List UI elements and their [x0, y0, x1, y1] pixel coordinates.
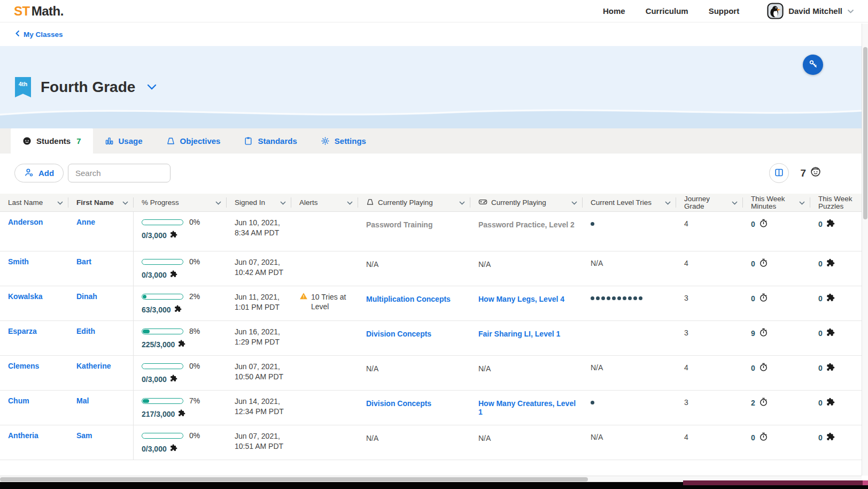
- progress-cell: 0% 0/3,000: [134, 212, 227, 251]
- tab-standards[interactable]: Standards: [232, 128, 308, 154]
- chevron-down-icon[interactable]: [347, 198, 353, 207]
- game-name[interactable]: Password Practice, Level 2: [478, 220, 575, 229]
- class-password-key-button[interactable]: [803, 55, 823, 75]
- column-header-progress[interactable]: % Progress: [134, 194, 227, 211]
- vertical-scrollbar-thumb[interactable]: [863, 47, 867, 219]
- nav-support[interactable]: Support: [709, 6, 740, 16]
- puzzle-icon: [826, 328, 835, 338]
- tab-students[interactable]: Students 7: [11, 128, 93, 154]
- student-last-name-link[interactable]: Anderson: [8, 218, 43, 226]
- add-student-button[interactable]: Add: [14, 164, 64, 182]
- class-switcher-chevron-icon[interactable]: [147, 84, 157, 90]
- column-header-first-name[interactable]: First Name: [68, 194, 134, 211]
- stopwatch-icon: [759, 258, 768, 269]
- alert-text: 10 Tries at Level: [311, 292, 353, 311]
- signed-in-date: Jun 14, 2021,: [235, 396, 286, 407]
- column-header-last-name[interactable]: Last Name: [0, 194, 68, 211]
- student-row: Clemens Katherine 0% 0/3,000 Jun 07, 202: [0, 356, 868, 391]
- signed-in-time: 12:34 PM PDT: [235, 407, 286, 417]
- chevron-down-icon[interactable]: [799, 198, 805, 207]
- this-week-minutes-cell: 9: [743, 321, 810, 355]
- try-dot: [628, 296, 632, 300]
- column-header-current-level-tries[interactable]: Current Level Tries: [583, 194, 676, 211]
- signed-in-cell: Jun 11, 2021, 1:01 PM PDT: [227, 286, 291, 320]
- chevron-down-icon[interactable]: [459, 198, 465, 207]
- game-name[interactable]: Fair Sharing LI, Level 1: [478, 330, 560, 338]
- student-first-name-link[interactable]: Sam: [76, 431, 92, 440]
- objective-name[interactable]: Division Concepts: [366, 330, 431, 338]
- column-header-currently-playing-objective[interactable]: Currently Playing: [358, 194, 470, 211]
- tab-settings-label: Settings: [335, 136, 366, 146]
- game-name[interactable]: N/A: [478, 260, 491, 269]
- game-name[interactable]: How Many Legs, Level 4: [478, 295, 564, 303]
- chevron-down-icon[interactable]: [57, 198, 63, 207]
- puzzles-fraction: 225/3,000: [142, 340, 175, 349]
- student-first-name-link[interactable]: Anne: [76, 218, 95, 226]
- progress-cell: 8% 225/3,000: [134, 321, 227, 355]
- progress-percent: 0%: [189, 218, 200, 226]
- chevron-down-icon[interactable]: [732, 198, 738, 207]
- search-input[interactable]: [68, 164, 170, 182]
- progress-cell: 0% 0/3,000: [134, 356, 227, 390]
- objective-name[interactable]: N/A: [366, 434, 378, 442]
- signed-in-cell: Jun 07, 2021, 10:50 AM PDT: [227, 356, 291, 390]
- objective-name[interactable]: Multiplication Concepts: [366, 295, 451, 303]
- stopwatch-icon: [759, 363, 768, 373]
- game-name[interactable]: N/A: [478, 434, 491, 442]
- column-header-alerts[interactable]: Alerts: [291, 194, 358, 211]
- student-last-name-link[interactable]: Kowalska: [8, 292, 43, 301]
- user-menu[interactable]: David Mitchell: [767, 3, 854, 19]
- game-name[interactable]: How Many Creatures, Level 1: [478, 399, 576, 416]
- student-first-name-link[interactable]: Edith: [76, 327, 95, 335]
- student-last-name-link[interactable]: Smith: [8, 257, 29, 266]
- column-header-journey-grade[interactable]: Journey Grade: [676, 194, 743, 211]
- try-dot: [601, 296, 605, 300]
- try-dot: [591, 296, 594, 300]
- chevron-down-icon[interactable]: [215, 198, 221, 207]
- nav-curriculum[interactable]: Curriculum: [646, 6, 688, 16]
- column-header-this-week-puzzles[interactable]: This Week Puzzles: [810, 194, 868, 211]
- student-first-name-link[interactable]: Bart: [76, 257, 91, 266]
- student-last-name-link[interactable]: Esparza: [8, 327, 37, 335]
- student-first-name-link[interactable]: Mal: [76, 396, 89, 405]
- nav-home[interactable]: Home: [603, 6, 625, 16]
- stopwatch-icon: [759, 293, 768, 304]
- column-header-currently-playing-game[interactable]: Currently Playing: [470, 194, 583, 211]
- signed-in-time: 10:51 AM PDT: [235, 441, 286, 452]
- st-math-logo[interactable]: ST Math.: [14, 4, 64, 19]
- objective-name[interactable]: Division Concepts: [366, 399, 431, 408]
- breadcrumb-my-classes[interactable]: My Classes: [15, 30, 63, 39]
- objective-name[interactable]: Password Training: [366, 220, 432, 229]
- chevron-down-icon[interactable]: [665, 198, 671, 207]
- clipboard-icon: [244, 136, 253, 146]
- student-last-name-link[interactable]: Clemens: [8, 362, 39, 370]
- progress-bar: [142, 433, 183, 439]
- horizontal-scrollbar-thumb[interactable]: [0, 477, 588, 482]
- currently-playing-game-cell: How Many Legs, Level 4: [470, 286, 583, 320]
- tab-settings[interactable]: Settings: [309, 128, 378, 154]
- puzzles-value: 0: [818, 399, 823, 407]
- objective-name[interactable]: N/A: [366, 260, 378, 269]
- game-name[interactable]: N/A: [478, 364, 491, 373]
- try-dot: [633, 296, 637, 300]
- student-first-name-link[interactable]: Dinah: [76, 292, 97, 301]
- student-first-name-link[interactable]: Katherine: [76, 362, 111, 370]
- tab-usage[interactable]: Usage: [93, 128, 154, 154]
- student-last-name-link[interactable]: Chum: [8, 396, 29, 405]
- chevron-down-icon[interactable]: [280, 198, 286, 207]
- column-settings-button[interactable]: [769, 163, 789, 183]
- objective-name[interactable]: N/A: [366, 364, 378, 373]
- student-row: Antheria Sam 0% 0/3,000 Jun 07, 2021,: [0, 425, 868, 460]
- column-header-this-week-minutes[interactable]: This Week Minutes: [743, 194, 810, 211]
- current-level-tries-cell: [583, 286, 676, 320]
- vertical-scrollbar[interactable]: [862, 24, 868, 476]
- journey-grade-value: 4: [684, 259, 688, 268]
- tab-objectives[interactable]: Objectives: [154, 128, 232, 154]
- tab-students-label: Students: [36, 136, 71, 146]
- last-name-cell: Smith: [0, 251, 68, 286]
- chevron-down-icon[interactable]: [122, 198, 128, 207]
- chevron-down-icon[interactable]: [571, 198, 577, 207]
- alerts-cell: [291, 212, 358, 251]
- column-header-signed-in[interactable]: Signed In: [227, 194, 291, 211]
- student-last-name-link[interactable]: Antheria: [8, 431, 38, 440]
